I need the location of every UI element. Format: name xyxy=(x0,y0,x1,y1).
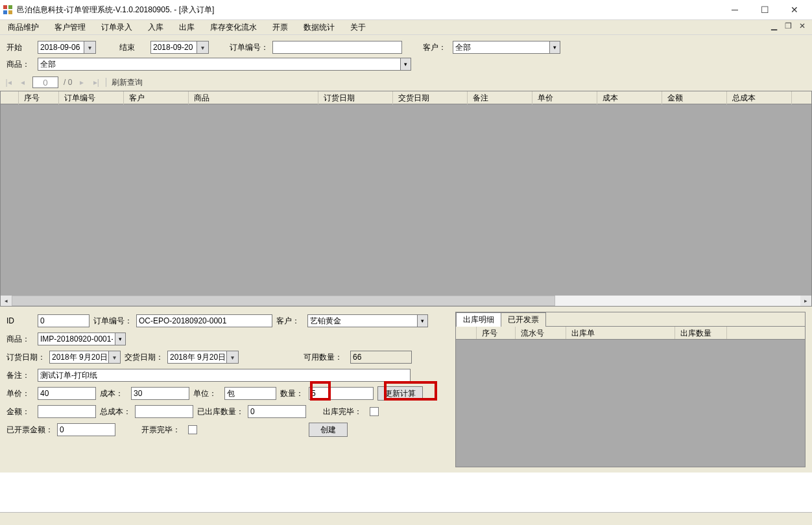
window-title: 邑泊信息科技-订单管理系统-V.1.0.20180905. - [录入订单] xyxy=(17,5,720,16)
delivery-date-label: 交货日期： xyxy=(125,352,163,363)
page-last-button[interactable]: ▸| xyxy=(91,78,101,87)
start-date-input[interactable] xyxy=(38,41,84,54)
minimize-button[interactable]: ─ xyxy=(720,0,750,19)
form-product-label: 商品： xyxy=(6,334,34,345)
order-no-filter-label: 订单编号： xyxy=(230,42,269,53)
detail-area: ID 订单编号： 客户： ▾ 商品： ▾ 订货日期： ▾ 交货日期： xyxy=(0,307,812,472)
page-first-button[interactable]: |◂ xyxy=(4,78,13,87)
remark-input[interactable] xyxy=(38,369,411,382)
col-order-no[interactable]: 订单编号 xyxy=(59,91,124,104)
end-date-picker-button[interactable]: ▾ xyxy=(197,41,209,54)
end-date-label: 结束 xyxy=(119,42,147,53)
end-date-input[interactable] xyxy=(150,41,197,54)
col-unit-price[interactable]: 单价 xyxy=(532,91,597,104)
svg-rect-2 xyxy=(3,10,7,14)
page-prev-button[interactable]: ◂ xyxy=(18,78,27,87)
shipped-qty-label: 已出库数量： xyxy=(197,406,244,417)
unit-input[interactable] xyxy=(224,387,276,400)
maximize-button[interactable]: ☐ xyxy=(750,0,780,19)
menu-invoice[interactable]: 开票 xyxy=(270,21,291,34)
recalc-button[interactable]: 更新计算 xyxy=(377,386,423,401)
col-index[interactable]: 序号 xyxy=(19,91,59,104)
sub-col-index[interactable]: 序号 xyxy=(477,327,516,339)
mdi-restore-icon[interactable]: ❐ xyxy=(782,21,794,30)
grid-horizontal-scrollbar[interactable]: ◂ ▸ xyxy=(1,296,811,306)
mdi-minimize-icon[interactable]: ▁ xyxy=(768,21,780,30)
invoiced-amount-label: 已开票金额： xyxy=(6,425,53,436)
col-customer[interactable]: 客户 xyxy=(124,91,189,104)
sub-col-selector[interactable] xyxy=(456,327,477,339)
form-customer-select[interactable] xyxy=(307,314,418,327)
page-next-button[interactable]: ▸ xyxy=(77,78,86,87)
menu-stock-flow[interactable]: 库存变化流水 xyxy=(208,21,259,34)
form-order-no-input[interactable] xyxy=(136,314,272,327)
product-filter-select[interactable] xyxy=(38,58,401,71)
total-cost-input[interactable] xyxy=(135,405,193,418)
scroll-right-icon[interactable]: ▸ xyxy=(800,296,811,306)
page-current-input[interactable] xyxy=(32,76,58,88)
tab-invoices[interactable]: 已开发票 xyxy=(501,312,546,327)
sub-col-out-qty[interactable]: 出库数量 xyxy=(675,327,727,339)
menu-order-entry[interactable]: 订单录入 xyxy=(99,21,135,34)
delivery-date-input[interactable] xyxy=(167,351,227,364)
col-selector[interactable] xyxy=(1,91,19,104)
invoice-done-checkbox[interactable] xyxy=(188,425,197,434)
mdi-close-icon[interactable]: ✕ xyxy=(796,21,808,30)
customer-filter-select[interactable] xyxy=(453,41,550,54)
statusbar xyxy=(0,512,812,525)
col-total-cost[interactable]: 总成本 xyxy=(727,91,792,104)
shipped-done-label: 出库完毕： xyxy=(323,406,366,417)
chevron-down-icon[interactable]: ▾ xyxy=(401,58,411,71)
chevron-down-icon[interactable]: ▾ xyxy=(418,314,428,327)
col-amount[interactable]: 金额 xyxy=(662,91,727,104)
shipped-done-checkbox[interactable] xyxy=(370,407,379,416)
id-input[interactable] xyxy=(38,314,90,327)
invoice-done-label: 开票完毕： xyxy=(141,425,184,436)
menu-customers[interactable]: 客户管理 xyxy=(52,21,88,34)
refresh-query-link[interactable]: 刷新查询 xyxy=(112,77,143,88)
col-product[interactable]: 商品 xyxy=(189,91,318,104)
qty-input[interactable] xyxy=(309,387,374,400)
chevron-down-icon[interactable]: ▾ xyxy=(550,41,560,54)
scroll-track[interactable] xyxy=(555,296,801,306)
start-date-label: 开始 xyxy=(6,42,34,53)
col-cost[interactable]: 成本 xyxy=(597,91,662,104)
shipped-qty-input[interactable] xyxy=(248,405,306,418)
start-date-picker-button[interactable]: ▾ xyxy=(84,41,96,54)
menu-about[interactable]: 关于 xyxy=(348,21,368,34)
col-remark[interactable]: 备注 xyxy=(468,91,532,104)
orders-grid[interactable]: 序号 订单编号 客户 商品 订货日期 交货日期 备注 单价 成本 金额 总成本 … xyxy=(0,91,812,307)
close-button[interactable]: ✕ xyxy=(780,0,809,19)
page-total-label: / 0 xyxy=(64,78,72,87)
create-button[interactable]: 创建 xyxy=(309,423,348,437)
tab-shipments[interactable]: 出库明细 xyxy=(456,312,501,327)
scroll-thumb[interactable] xyxy=(12,296,555,306)
form-product-select[interactable] xyxy=(38,332,115,345)
menu-inbound[interactable]: 入库 xyxy=(145,21,166,34)
col-order-date[interactable]: 订货日期 xyxy=(318,91,393,104)
customer-filter-label: 客户： xyxy=(423,42,449,53)
unit-price-input[interactable] xyxy=(38,387,96,400)
chevron-down-icon[interactable]: ▾ xyxy=(227,351,239,364)
col-delivery-date[interactable]: 交货日期 xyxy=(393,91,468,104)
amount-input[interactable] xyxy=(38,405,96,418)
order-date-input[interactable] xyxy=(49,351,109,364)
window-controls: ─ ☐ ✕ xyxy=(720,0,809,19)
invoiced-amount-input[interactable] xyxy=(57,423,115,436)
svg-rect-0 xyxy=(3,5,7,9)
chevron-down-icon[interactable]: ▾ xyxy=(109,351,121,364)
order-date-label: 订货日期： xyxy=(6,352,45,363)
sub-col-out-no[interactable]: 出库单 xyxy=(566,327,675,339)
menu-products[interactable]: 商品维护 xyxy=(5,21,42,34)
scroll-left-icon[interactable]: ◂ xyxy=(1,296,12,306)
menu-stats[interactable]: 数据统计 xyxy=(301,21,337,34)
chevron-down-icon[interactable]: ▾ xyxy=(115,332,126,345)
sub-col-flow-no[interactable]: 流水号 xyxy=(516,327,566,339)
paging-bar: |◂ ◂ / 0 ▸ ▸| 刷新查询 xyxy=(0,75,812,91)
unit-label: 单位： xyxy=(193,388,221,399)
order-no-filter-input[interactable] xyxy=(272,41,402,54)
shipment-grid-body xyxy=(456,340,805,467)
svg-rect-1 xyxy=(8,5,12,9)
menu-outbound[interactable]: 出库 xyxy=(176,21,197,34)
cost-input[interactable] xyxy=(131,387,189,400)
